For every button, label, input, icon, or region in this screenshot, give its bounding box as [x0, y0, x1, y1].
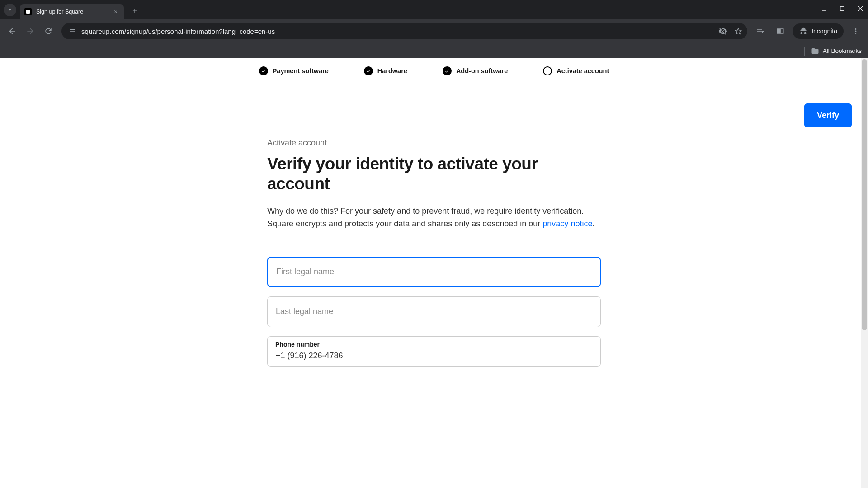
step-addon-software: Add-on software: [443, 66, 508, 75]
incognito-icon: [799, 27, 808, 36]
browser-menu-button[interactable]: [848, 23, 863, 39]
address-bar[interactable]: squareup.com/signup/us/personal-informat…: [61, 23, 747, 39]
step-label: Add-on software: [456, 67, 508, 75]
forward-button[interactable]: [23, 23, 38, 39]
tab-title: Sign up for Square: [36, 9, 109, 15]
active-step-icon: [543, 66, 552, 75]
last-name-input[interactable]: [267, 296, 601, 327]
step-connector: [414, 71, 436, 71]
maximize-button[interactable]: [838, 5, 846, 13]
privacy-notice-link[interactable]: privacy notice: [542, 219, 592, 228]
reload-button[interactable]: [41, 23, 56, 39]
checkmark-icon: [259, 66, 268, 75]
progress-stepper: Payment software Hardware Add-on softwar…: [0, 58, 868, 84]
step-activate-account: Activate account: [543, 66, 609, 75]
page-heading: Verify your identity to activate your ac…: [267, 154, 601, 194]
description-text: Why do we do this? For your safety and t…: [267, 206, 584, 228]
browser-tab[interactable]: Sign up for Square: [20, 4, 124, 19]
window-controls: [820, 5, 864, 13]
eye-off-icon[interactable]: [718, 27, 727, 36]
incognito-label: Incognito: [811, 28, 837, 35]
scrollbar-track[interactable]: [861, 58, 868, 488]
main-content: Activate account Verify your identity to…: [267, 84, 601, 367]
checkmark-icon: [364, 66, 373, 75]
scrollbar-thumb[interactable]: [862, 59, 867, 330]
all-bookmarks-button[interactable]: All Bookmarks: [811, 47, 862, 55]
step-label: Payment software: [273, 67, 329, 75]
tab-close-button[interactable]: [112, 8, 119, 15]
square-favicon: [24, 8, 32, 15]
address-bar-row: squareup.com/signup/us/personal-informat…: [0, 19, 868, 43]
step-label: Activate account: [557, 67, 609, 75]
step-hardware: Hardware: [364, 66, 407, 75]
all-bookmarks-label: All Bookmarks: [823, 47, 862, 54]
step-label: Hardware: [377, 67, 407, 75]
verify-button[interactable]: Verify: [804, 103, 852, 127]
page-description: Why do we do this? For your safety and t…: [267, 205, 601, 230]
incognito-badge[interactable]: Incognito: [793, 23, 844, 39]
phone-label: Phone number: [275, 341, 320, 348]
minimize-button[interactable]: [820, 5, 828, 13]
new-tab-button[interactable]: [128, 5, 141, 17]
identity-form: Phone number: [267, 257, 601, 367]
side-panel-icon[interactable]: [773, 23, 788, 39]
site-info-icon[interactable]: [66, 25, 79, 38]
browser-chrome: Sign up for Square: [0, 0, 868, 58]
back-button[interactable]: [5, 23, 20, 39]
tab-bar: Sign up for Square: [0, 0, 868, 19]
first-name-wrap: [267, 257, 601, 287]
bookmark-star-icon[interactable]: [734, 27, 743, 36]
checkmark-icon: [443, 66, 452, 75]
bookmarks-bar: All Bookmarks: [0, 43, 868, 58]
step-payment-software: Payment software: [259, 66, 329, 75]
page-breadcrumb: Activate account: [267, 138, 601, 148]
page-content: Payment software Hardware Add-on softwar…: [0, 58, 868, 488]
description-suffix: .: [592, 219, 594, 228]
tab-search-dropdown[interactable]: [4, 4, 16, 16]
step-connector: [514, 71, 537, 71]
last-name-wrap: [267, 296, 601, 327]
step-connector: [335, 71, 358, 71]
folder-icon: [811, 47, 819, 55]
playlist-icon[interactable]: [753, 23, 768, 39]
close-window-button[interactable]: [856, 5, 864, 13]
svg-rect-1: [840, 7, 844, 11]
phone-wrap: Phone number: [267, 336, 601, 367]
first-name-input[interactable]: [267, 257, 601, 287]
url-text: squareup.com/signup/us/personal-informat…: [81, 28, 718, 35]
